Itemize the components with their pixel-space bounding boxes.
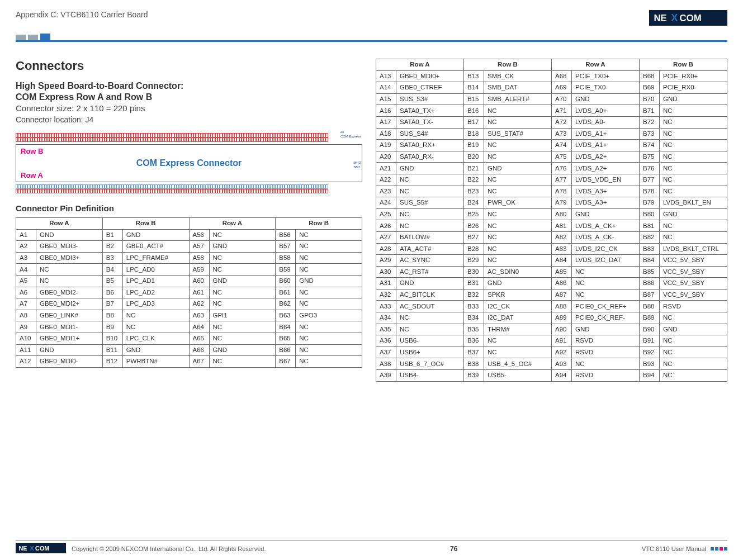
table-cell: B71 — [640, 105, 660, 117]
table-cell: A15 — [376, 93, 396, 105]
table-cell: B16 — [464, 105, 484, 117]
table-cell: SUS_S3# — [396, 93, 464, 105]
table-cell: B14 — [464, 82, 484, 94]
table-cell: B18 — [464, 128, 484, 140]
table-cell: NC — [209, 321, 276, 333]
table-cell: A33 — [376, 301, 396, 312]
table-cell: SUS_STAT# — [484, 128, 552, 140]
table-cell: GND — [209, 275, 276, 287]
table-cell: NC — [660, 140, 727, 151]
table-cell: SMB_CK — [484, 70, 552, 82]
pin-table-right: Row A Row B Row A Row B A13GBE0_MDI0+B13… — [376, 59, 727, 382]
table-cell: B38 — [464, 358, 484, 370]
table-cell: NC — [572, 278, 640, 290]
table-cell: GPI1 — [209, 310, 276, 321]
table-cell: NC — [296, 321, 362, 333]
table-cell: A23 — [376, 186, 396, 197]
table-cell: LVDS_I2C_DAT — [572, 255, 640, 267]
table-cell: B59 — [276, 264, 296, 276]
table-cell: NC — [484, 174, 552, 186]
table-cell: B32 — [464, 289, 484, 301]
table-cell: A6 — [16, 287, 36, 298]
table-cell: I2C_CK — [484, 301, 552, 312]
table-cell: GBE0_MDI3- — [36, 241, 103, 253]
table-row: A12GBE0_MDI0-B12PWRBTN#A67NCB67NC — [16, 356, 362, 368]
table-row: A1GNDB1GNDA56NCB56NC — [16, 229, 362, 241]
connector-size: Connector size: 2 x 110 = 220 pins — [16, 103, 362, 113]
table-cell: AC_BITCLK — [396, 289, 464, 301]
table-cell: NC — [209, 229, 276, 241]
header-divider — [16, 40, 727, 42]
table-cell: B28 — [464, 243, 484, 255]
table-row: A25NCB25NCA80GNDB80GND — [376, 208, 727, 220]
table-cell: LPC_CLK — [122, 333, 189, 344]
table-cell: PCIE_RX0- — [660, 82, 727, 94]
table-cell: NC — [296, 333, 362, 344]
table-cell: BATLOW# — [396, 231, 464, 243]
connector-diagram: J4COM Express Row B COM Express Connecto… — [16, 133, 362, 193]
table-cell: NC — [484, 105, 552, 117]
table-cell: LVDS_BKLT_CTRL — [660, 243, 727, 255]
pin-table-left: Row A Row B Row A Row B A1GNDB1GNDA56NCB… — [16, 217, 362, 368]
table-cell: A17 — [376, 116, 396, 128]
connector-title-1: High Speed Board-to-Board Connector: — [16, 81, 362, 91]
table-cell: GPO3 — [296, 310, 362, 321]
table-cell: NC — [660, 174, 727, 186]
table-row: A7GBE0_MDI2+B7LPC_AD3A62NCB62NC — [16, 298, 362, 310]
table-cell: B1 — [102, 229, 122, 241]
table-cell: GBE0_MDI2+ — [36, 298, 103, 310]
table-cell: A57 — [189, 241, 209, 253]
table-cell: A19 — [376, 140, 396, 151]
table-cell: B85 — [640, 266, 660, 278]
table-cell: LPC_AD3 — [122, 298, 189, 310]
table-cell: LVDS_A0- — [572, 116, 640, 128]
table-cell: PWRBTN# — [122, 356, 189, 368]
table-cell: NC — [296, 287, 362, 298]
table-cell: GBE0_LINK# — [36, 310, 103, 321]
table-cell: A8 — [16, 310, 36, 321]
table-cell: B87 — [640, 289, 660, 301]
table-cell: USB4- — [396, 370, 464, 382]
table-cell: I2C_DAT — [484, 312, 552, 324]
table-cell: A5 — [16, 275, 36, 287]
table-cell: LVDS_A1+ — [572, 128, 640, 140]
table-cell: GND — [396, 163, 464, 174]
col-row-b: Row B — [464, 59, 552, 71]
table-cell: LVDS_VDD_EN — [572, 174, 640, 186]
table-cell: B79 — [640, 197, 660, 209]
table-cell: NC — [296, 264, 362, 276]
table-cell: SATA0_RX- — [396, 151, 464, 163]
table-cell: A73 — [552, 128, 572, 140]
col-row-a: Row A — [16, 218, 103, 230]
table-cell: LPC_FRAME# — [122, 252, 189, 264]
table-cell: A81 — [552, 220, 572, 232]
table-cell: VCC_5V_SBY — [660, 255, 727, 267]
table-cell: B69 — [640, 82, 660, 94]
table-cell: A67 — [189, 356, 209, 368]
table-cell: B65 — [276, 333, 296, 344]
table-cell: GND — [296, 275, 362, 287]
table-cell: USB6- — [396, 335, 464, 347]
table-row: A8GBE0_LINK#B8NCA63GPI1B63GPO3 — [16, 310, 362, 321]
table-cell: B36 — [464, 335, 484, 347]
table-cell: LPC_AD2 — [122, 287, 189, 298]
table-cell: LPC_AD0 — [122, 264, 189, 276]
nexcom-logo: NE X COM — [649, 10, 727, 28]
table-cell: B17 — [464, 116, 484, 128]
table-row: A13GBE0_MDI0+B13SMB_CKA68PCIE_TX0+B68PCI… — [376, 70, 727, 82]
table-row: A28ATA_ACT#B28NCA83LVDS_I2C_CKB83LVDS_BK… — [376, 243, 727, 255]
table-cell: NC — [296, 356, 362, 368]
table-cell: NC — [122, 310, 189, 321]
table-cell: GND — [122, 344, 189, 356]
table-cell: NC — [209, 333, 276, 344]
table-cell: VCC_5V_SBY — [660, 278, 727, 290]
table-cell: NC — [484, 243, 552, 255]
table-cell: A79 — [552, 197, 572, 209]
table-cell: A88 — [552, 301, 572, 312]
table-cell: A86 — [552, 278, 572, 290]
table-cell: GND — [660, 324, 727, 335]
table-cell: A56 — [189, 229, 209, 241]
table-row: A16SATA0_TX+B16NCA71LVDS_A0+B71NC — [376, 105, 727, 117]
table-cell: NC — [484, 220, 552, 232]
table-cell: NC — [660, 347, 727, 358]
